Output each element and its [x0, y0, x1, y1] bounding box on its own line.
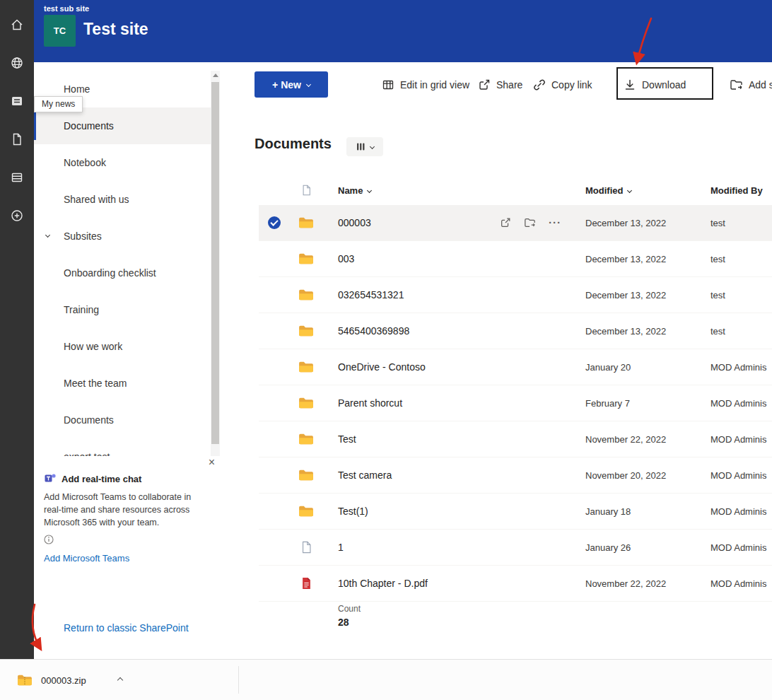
folder-icon	[298, 469, 314, 482]
file-name[interactable]: OneDrive - Contoso	[322, 361, 489, 373]
table-row[interactable]: Test(1) January 18 MOD Adminis	[259, 494, 772, 530]
new-button[interactable]: + New	[255, 71, 328, 98]
scroll-up-icon[interactable]	[213, 74, 218, 77]
folder-icon	[298, 361, 314, 373]
modified-by-cell: test	[695, 254, 772, 264]
shelf-divider	[238, 666, 239, 694]
rail-globe-button[interactable]	[0, 44, 34, 82]
file-name[interactable]: 003	[322, 253, 489, 264]
file-name[interactable]: Parent shorcut	[322, 397, 489, 409]
subsite-label: test sub site	[44, 4, 89, 13]
download-options-button[interactable]	[113, 673, 127, 687]
nav-item-how-we-work[interactable]: How we work	[34, 328, 211, 365]
selected-check-icon[interactable]	[268, 216, 281, 229]
news-icon	[10, 94, 24, 108]
teams-promo-card: × Add real-time chat Add Microsoft Teams…	[44, 458, 216, 564]
file-name[interactable]: 032654531321	[322, 289, 489, 301]
promo-title: Add real-time chat	[62, 474, 141, 484]
column-label: Modified	[585, 185, 623, 196]
rail-lists-button[interactable]	[0, 158, 34, 197]
modified-by-cell: MOD Adminis	[695, 362, 772, 373]
table-row[interactable]: 5465400369898 December 13, 2022 test	[259, 313, 772, 349]
folder-icon	[298, 288, 314, 301]
add-circle-icon	[10, 209, 24, 223]
modified-cell: January 18	[570, 506, 695, 517]
nav-item-documents[interactable]: Documents	[34, 107, 211, 144]
table-row[interactable]: Parent shorcut February 7 MOD Adminis	[259, 385, 772, 421]
table-row[interactable]: 10th Chapter - D.pdf November 22, 2022 M…	[259, 566, 772, 602]
nav-label: Documents	[64, 120, 114, 132]
modified-by-cell: MOD Adminis	[695, 398, 772, 409]
add-shortcut-icon[interactable]	[524, 217, 536, 228]
toolbar-label: Download	[642, 79, 686, 91]
share-icon[interactable]	[500, 217, 511, 228]
nav-label: Subsites	[64, 231, 102, 242]
modified-by-cell: MOD Adminis	[695, 470, 772, 481]
table-row[interactable]: 032654531321 December 13, 2022 test	[259, 277, 772, 313]
column-header-modified-by[interactable]: Modified By	[710, 185, 763, 196]
modified-by-cell: MOD Adminis	[695, 542, 772, 553]
table-row[interactable]: Test November 22, 2022 MOD Adminis	[259, 421, 772, 457]
nav-item-documents-2[interactable]: Documents	[34, 402, 211, 438]
edit-grid-view-button[interactable]: Edit in grid view	[382, 71, 469, 99]
file-name[interactable]: Test camera	[322, 469, 489, 481]
lists-icon	[10, 170, 24, 185]
view-selector[interactable]	[346, 137, 383, 156]
add-shortcut-button[interactable]: Add s	[730, 71, 772, 99]
rail-home-button[interactable]	[0, 6, 34, 44]
site-title[interactable]: Test site	[83, 20, 148, 39]
sidebar-scrollbar[interactable]	[211, 71, 220, 456]
main-content: + New Edit in grid view Share Copy link …	[223, 62, 772, 659]
file-name[interactable]: 5465400369898	[322, 325, 489, 337]
nav-item-training[interactable]: Training	[34, 291, 211, 328]
rail-news-button[interactable]	[0, 82, 34, 120]
file-name[interactable]: 000003	[322, 217, 489, 228]
modified-by-cell: test	[695, 218, 772, 228]
table-row[interactable]: 000003 ··· December 13, 2022 test	[259, 205, 772, 241]
nav-item-meet-the-team[interactable]: Meet the team	[34, 365, 211, 402]
download-item[interactable]: 000003.zip	[17, 669, 127, 692]
modified-cell: December 13, 2022	[570, 326, 695, 337]
nav-item-subsites[interactable]: Subsites	[34, 218, 211, 255]
table-row[interactable]: 1 January 26 MOD Adminis	[259, 530, 772, 566]
column-header-name[interactable]: Name	[338, 185, 489, 196]
modified-by-cell: MOD Adminis	[695, 578, 772, 589]
file-name[interactable]: 1	[322, 542, 489, 553]
copy-link-button[interactable]: Copy link	[533, 71, 592, 99]
rail-create-button[interactable]	[0, 197, 34, 235]
close-icon[interactable]: ×	[209, 457, 215, 468]
column-label: Name	[338, 185, 363, 196]
scrollbar-thumb[interactable]	[211, 82, 219, 444]
file-type-column-icon[interactable]	[290, 185, 322, 196]
table-row[interactable]: OneDrive - Contoso January 20 MOD Admini…	[259, 349, 772, 385]
nav-item-onboarding-checklist[interactable]: Onboarding checklist	[34, 255, 211, 291]
nav-label: Home	[64, 83, 90, 95]
nav-label: Onboarding checklist	[64, 267, 156, 279]
nav-item-notebook[interactable]: Notebook	[34, 144, 211, 181]
table-row[interactable]: 003 December 13, 2022 test	[259, 241, 772, 277]
share-button[interactable]: Share	[478, 71, 522, 99]
toolbar-label: Add s	[749, 79, 772, 91]
chevron-down-icon	[627, 187, 632, 192]
classic-sharepoint-link[interactable]: Return to classic SharePoint	[64, 622, 189, 634]
file-name[interactable]: Test	[322, 433, 489, 445]
nav-label: Training	[64, 304, 99, 315]
add-teams-link[interactable]: Add Microsoft Teams	[44, 553, 216, 564]
table-row[interactable]: Test camera November 20, 2022 MOD Admini…	[259, 457, 772, 494]
download-button[interactable]: Download	[624, 71, 686, 99]
modified-cell: December 13, 2022	[570, 218, 695, 228]
modified-cell: February 7	[570, 398, 695, 409]
rail-document-button[interactable]	[0, 120, 34, 158]
chevron-up-icon	[117, 677, 122, 683]
more-icon[interactable]: ···	[549, 219, 561, 226]
modified-cell: December 13, 2022	[570, 254, 695, 264]
site-logo[interactable]: TC	[44, 15, 76, 47]
file-name[interactable]: Test(1)	[322, 506, 489, 517]
nav-item-export-test[interactable]: export test	[34, 438, 211, 456]
nav-item-shared-with-us[interactable]: Shared with us	[34, 181, 211, 218]
table-header: Name Modified Modified By	[259, 175, 772, 205]
download-filename[interactable]: 000003.zip	[41, 675, 86, 686]
file-name[interactable]: 10th Chapter - D.pdf	[322, 578, 489, 589]
column-header-modified[interactable]: Modified	[585, 185, 695, 196]
info-icon[interactable]	[44, 535, 216, 544]
